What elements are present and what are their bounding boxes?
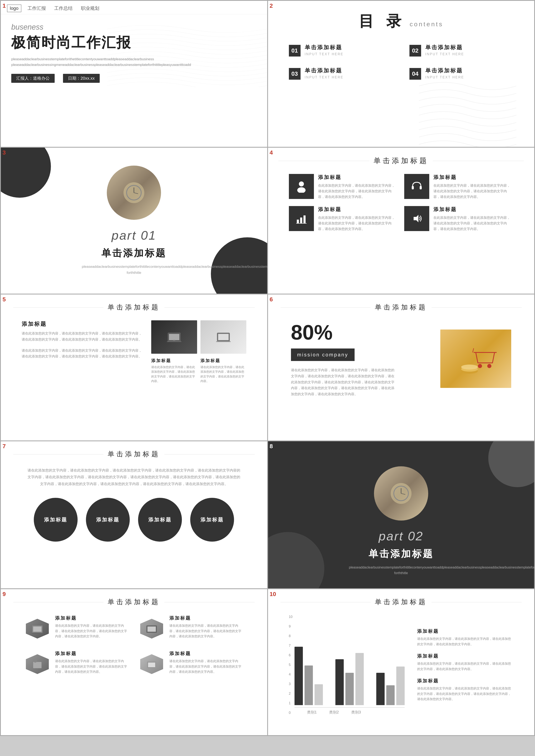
slide1-body: buseness 极简时尚工作汇报 pleaseaddaclearbusines…: [1, 14, 267, 87]
slide7-circles: 添加标题 添加标题 添加标题 添加标题: [14, 498, 255, 550]
slide8-image: [374, 466, 428, 520]
slide10-bar3-1: [376, 673, 385, 705]
slide10-right-item-2: 添加标题 请在此添加您的文字内容，请在此添加您的文字内容，请在此添加您的文字内容…: [417, 653, 513, 672]
svg-rect-19: [216, 341, 231, 342]
slide-num-7: 7: [3, 443, 6, 450]
speaker-icon: [410, 212, 423, 225]
svg-rect-35: [148, 627, 156, 632]
nav-item-2[interactable]: 工作总结: [54, 5, 72, 12]
slide3-part: part 01: [112, 228, 156, 242]
slide10-bar-group-2: [335, 653, 364, 705]
slide1-title-en: buseness: [11, 23, 257, 32]
toc-item-2: 02 单击添加标题 INPUT TEXT HERE: [409, 44, 513, 57]
toc-sub-1: INPUT TEXT HERE: [305, 52, 344, 56]
slide7-circle-3: 添加标题: [138, 498, 182, 542]
slide10-right-title-2: 添加标题: [417, 653, 513, 659]
headset-icon: [410, 180, 423, 193]
chart-icon: [295, 212, 308, 225]
slide5-cap1: 添加标题 请在此添加您的文字内容，请在此添加您的文字内容，请在此添加您的文字内容…: [151, 358, 197, 383]
slide3-content: part 01 单击添加标题 pleaseaddaclearbusinesste…: [82, 166, 186, 276]
slide-num-1: 1: [3, 3, 6, 9]
slide4-card-2: 添加标题 在此添加您的文字内容，请在此添加您的文字内容，请在此添加您的文字内容，…: [404, 174, 513, 200]
slide-num-10: 10: [270, 591, 276, 598]
slide4-card4-text: 在此添加您的文字内容，请在此添加您的文字内容，请在此添加您的文字内容，请在此添加…: [434, 215, 513, 232]
slide10-right-text-1: 请在此添加您的文字内容，请在此添加您的文字内容，请在此添加您的文字内容，请在此添…: [417, 636, 513, 647]
slide3-image: [107, 166, 161, 220]
slide9-title: 单击添加标题: [14, 598, 255, 607]
slide-7: 7 单击添加标题 请在此添加您的文字内容，请在此添加您的文字内容，请在此添加您的…: [1, 441, 267, 588]
toc-title-3: 单击添加标题: [305, 67, 344, 74]
toc-num-3: 03: [289, 68, 300, 80]
svg-rect-7: [420, 186, 422, 189]
toc-title-2: 单击添加标题: [425, 44, 464, 51]
mission-company-label: mission company: [291, 349, 354, 361]
headset-icon-box: [404, 174, 429, 199]
slide4-card3-title: 添加标题: [318, 206, 398, 213]
slide6-right: [440, 329, 511, 388]
slide4-grid: 添加标题 在此添加您的文字内容，请在此添加您的文字内容，请在此添加您的文字内容，…: [278, 174, 524, 232]
main-grid: 1 logo 工作汇报 工作总结 职业规划: [0, 0, 535, 736]
nav-bar: 工作汇报 工作总结 职业规划: [28, 5, 99, 12]
slide10-bar2-1: [335, 659, 344, 705]
slide5-img2: [200, 320, 246, 354]
slide5-img1: [151, 320, 197, 354]
logo: logo: [7, 5, 21, 12]
slide10-right-item-3: 添加标题 请在此添加您的文字内容，请在此添加您的文字内容，请在此添加您的文字内容…: [417, 678, 513, 702]
slide8-content: part 02 单击添加标题 pleaseaddaclearbusinesste…: [349, 454, 453, 576]
slide7-circle-4: 添加标题: [190, 498, 234, 542]
slide10-content: 0 1 2 3 4 5 6 7 8 9 10: [281, 615, 522, 715]
slide9-hex-2: [138, 615, 165, 642]
slide9-card-2: 添加标题 请在此添加您的文字内容，请在此添加您的文字内容，请在此添加您的文字内容…: [138, 615, 244, 642]
slide-6: 6 单击添加标题 80% mission company 请在此添加您的文字内容…: [268, 294, 534, 440]
slide5-right: 添加标题 请在此添加您的文字内容，请在此添加您的文字内容，请在此添加您的文字内容…: [151, 320, 246, 383]
slide10-bar-group-3: [376, 666, 405, 705]
slide9-hex-3: [24, 651, 51, 678]
slide-9: 9 单击添加标题 添加标题: [1, 589, 267, 735]
slide10-bar1-2: [304, 665, 313, 705]
slide10-x-label-3: 类别3: [351, 710, 361, 715]
slide-1: 1 logo 工作汇报 工作总结 职业规划: [1, 1, 267, 147]
slide6-desc: 请在此添加您的文字内容，请在此添加您的文字内容，请在此添加您的文字内容，请在此添…: [291, 367, 395, 397]
svg-rect-36: [33, 662, 42, 668]
slide8-desc: pleaseaddaclearbusinesstemplateforthitit…: [349, 565, 453, 576]
slide6-content: 80% mission company 请在此添加您的文字内容，请在此添加您的文…: [281, 320, 522, 397]
slide10-bar1-1: [295, 647, 303, 705]
slide9-card3-text: 请在此添加您的文字内容，请在此添加您的文字内容，请在此添加您的文字内容，请在此添…: [55, 658, 130, 674]
slide9-card3-title: 添加标题: [55, 651, 130, 657]
slide10-x-label-1: 类别1: [307, 710, 317, 715]
slide-8: 8 part 02 单击添加标题 pleaseaddaclearbusiness…: [268, 441, 534, 588]
slide10-right-text-3: 请在此添加您的文字内容，请在此添加您的文字内容，请在此添加您的文字内容，请在此添…: [417, 686, 513, 702]
slide4-card2-text: 在此添加您的文字内容，请在此添加您的文字内容，请在此添加您的文字内容，请在此添加…: [434, 183, 513, 200]
slide9-hex-img-3: [26, 654, 49, 674]
nav-item-1[interactable]: 工作汇报: [28, 5, 46, 12]
svg-rect-32: [33, 627, 42, 632]
slide10-x-label-2: 类别2: [329, 710, 339, 715]
slide5-cap2-title: 添加标题: [200, 358, 246, 363]
slide5-left-title: 添加标题: [22, 320, 143, 328]
chart-icon-box: [289, 206, 314, 231]
svg-rect-15: [167, 341, 182, 342]
svg-point-16: [173, 340, 175, 341]
slide5-left-text1: 请在此添加您的文字内容，请在此添加您的文字内容，请在此添加您的文字内容，请在此添…: [22, 330, 143, 343]
slide2-title: 目 录 contents: [281, 11, 522, 31]
svg-rect-8: [297, 220, 299, 223]
slide-num-6: 6: [270, 296, 273, 303]
slide5-left: 添加标题 请在此添加您的文字内容，请在此添加您的文字内容，请在此添加您的文字内容…: [22, 320, 143, 365]
svg-rect-14: [169, 334, 179, 340]
slide2-title-cn: 目 录: [359, 11, 406, 31]
slide3-subtitle: 单击添加标题: [101, 247, 166, 260]
svg-point-24: [478, 364, 482, 368]
slide6-percent: 80%: [291, 320, 432, 344]
slide4-card-1: 添加标题 在此添加您的文字内容，请在此添加您的文字内容，请在此添加您的文字内容，…: [289, 174, 398, 200]
svg-point-25: [487, 364, 492, 368]
slide1-header: logo 工作汇报 工作总结 职业规划: [1, 1, 267, 14]
slide10-bar2-2: [345, 673, 354, 705]
slide9-hex-img-1: [26, 619, 49, 639]
slide-10: 10 单击添加标题 0 1 2 3 4 5 6 7 8 9 10: [268, 589, 534, 735]
slide8-subtitle: 单击添加标题: [369, 547, 434, 560]
slide6-image: [440, 329, 511, 388]
nav-item-3[interactable]: 职业规划: [81, 5, 99, 12]
slide9-card4-text: 请在此添加您的文字内容，请在此添加您的文字内容，请在此添加您的文字内容，请在此添…: [169, 658, 244, 674]
slide8-part: part 02: [379, 529, 423, 543]
toc-sub-2: INPUT TEXT HERE: [425, 52, 464, 56]
